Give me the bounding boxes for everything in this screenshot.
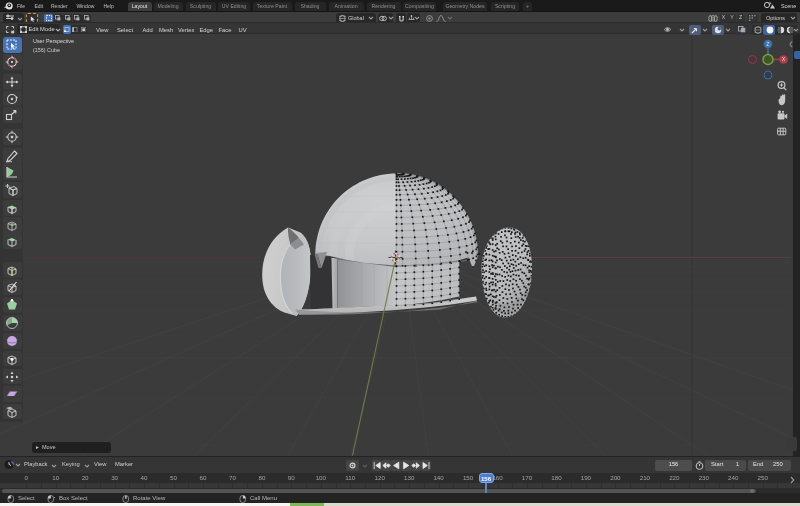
svg-text:X: X bbox=[782, 57, 785, 62]
svg-text:Z: Z bbox=[767, 42, 770, 47]
